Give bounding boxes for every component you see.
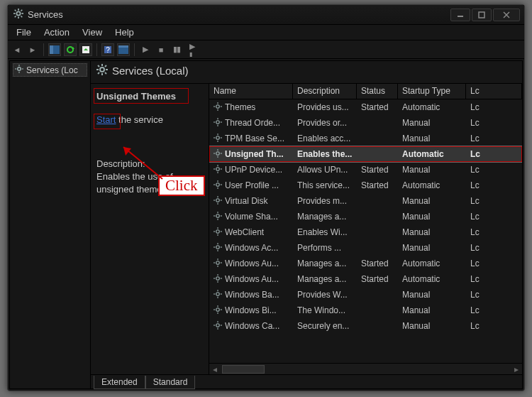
cell-description: The Windo...: [293, 305, 357, 315]
table-row[interactable]: WebClientEnables Wi...ManualLc: [209, 224, 522, 240]
cell-description: Provides or...: [293, 118, 357, 128]
refresh-button[interactable]: [64, 43, 77, 56]
svg-point-72: [216, 214, 220, 217]
cell-startup: Manual: [398, 321, 466, 331]
column-headers: Name Description Status Startup Type Lc: [209, 84, 522, 99]
col-status[interactable]: Status: [357, 84, 398, 99]
cell-name: Windows Ca...: [209, 321, 293, 332]
table-row[interactable]: Windows Au...Manages a...StartedAutomati…: [209, 271, 522, 287]
table-row[interactable]: UPnP Device...Allows UPn...StartedManual…: [209, 162, 522, 178]
selected-service-name: Unsigned Themes: [96, 91, 203, 102]
menu-view[interactable]: View: [77, 26, 108, 39]
horizontal-scrollbar[interactable]: ◂ ▸: [209, 363, 522, 374]
cell-name: Windows Au...: [209, 274, 293, 285]
col-name[interactable]: Name: [209, 84, 293, 99]
toolbar: ◄ ► ? ▶ ■ ▮▮ ▶▮: [8, 40, 524, 59]
svg-point-97: [216, 292, 220, 295]
table-row[interactable]: Windows Ca...Securely en...ManualLc: [209, 318, 522, 334]
content-area: Unsigned Themes Start the service Descri…: [91, 84, 522, 374]
gear-icon: [214, 274, 222, 285]
start-service-button[interactable]: ▶: [139, 43, 152, 56]
export-button[interactable]: [79, 43, 92, 56]
main-body: Services (Loc Services (Local) Unsigned …: [9, 60, 523, 389]
list-header: Services (Local): [91, 61, 522, 84]
rows-container[interactable]: ThemesProvides us...StartedAutomaticLcTh…: [209, 99, 522, 363]
col-description[interactable]: Description: [293, 84, 357, 99]
start-service-line: Start the service: [96, 114, 203, 125]
menu-file[interactable]: File: [11, 26, 37, 39]
start-service-link[interactable]: Start: [96, 114, 116, 125]
tree-item-services-local[interactable]: Services (Loc: [13, 63, 87, 77]
titlebar[interactable]: Services: [8, 5, 524, 25]
cell-name: Thread Orde...: [209, 118, 293, 129]
table-row[interactable]: ThemesProvides us...StartedAutomaticLc: [209, 99, 522, 115]
cell-name: User Profile ...: [209, 180, 293, 191]
svg-point-67: [216, 198, 220, 202]
svg-line-36: [98, 72, 99, 74]
scroll-thumb[interactable]: [222, 365, 265, 374]
cell-logon: Lc: [466, 134, 522, 143]
cell-description: Provides us...: [293, 102, 357, 112]
cell-startup: Automatic: [398, 259, 466, 268]
cell-status: Started: [357, 180, 398, 190]
table-row[interactable]: Windows Bi...The Windo...ManualLc: [209, 303, 522, 318]
table-row[interactable]: Windows Ba...Provides W...ManualLc: [209, 287, 522, 303]
table-row[interactable]: Virtual DiskProvides m...ManualLc: [209, 193, 522, 209]
maximize-button[interactable]: [472, 9, 492, 21]
table-row[interactable]: Volume Sha...Manages a...ManualLc: [209, 209, 522, 224]
details-pane-button[interactable]: [48, 43, 61, 56]
back-button[interactable]: ◄: [11, 43, 23, 56]
cell-status: Started: [357, 259, 398, 268]
scroll-left-arrow[interactable]: ◂: [209, 364, 221, 374]
cell-logon: Lc: [466, 212, 522, 222]
svg-point-92: [216, 276, 220, 280]
pause-service-button[interactable]: ▮▮: [170, 43, 183, 56]
cell-startup: Manual: [398, 305, 466, 315]
menu-help[interactable]: Help: [109, 26, 140, 39]
cell-logon: Lc: [466, 243, 522, 253]
cell-description: Provides W...: [293, 290, 357, 300]
scroll-right-arrow[interactable]: ▸: [511, 364, 522, 374]
forward-button[interactable]: ►: [26, 43, 39, 56]
cell-description: Performs ...: [293, 243, 357, 253]
svg-point-47: [216, 136, 220, 139]
stop-service-button[interactable]: ■: [155, 43, 167, 56]
list-header-title: Services (Local): [112, 65, 189, 77]
help-button[interactable]: ?: [101, 43, 114, 56]
table-row[interactable]: Thread Orde...Provides or...ManualLc: [209, 115, 522, 131]
cell-logon: Lc: [466, 196, 522, 206]
cell-startup: Manual: [398, 196, 466, 206]
gear-icon: [214, 290, 222, 300]
cell-description: Allows UPn...: [293, 165, 357, 175]
tree-pane[interactable]: Services (Loc: [10, 61, 91, 388]
annotation-row-highlight: [209, 146, 522, 162]
cell-logon: Lc: [466, 290, 522, 300]
col-logon[interactable]: Lc: [466, 84, 522, 99]
svg-point-42: [216, 120, 220, 124]
cell-name: TPM Base Se...: [209, 134, 293, 144]
minimize-button[interactable]: [450, 9, 470, 21]
properties-button[interactable]: [117, 43, 130, 56]
svg-line-5: [15, 10, 16, 11]
table-row[interactable]: User Profile ...This service...StartedAu…: [209, 178, 522, 193]
svg-line-7: [21, 10, 23, 11]
restart-service-button[interactable]: ▶▮: [186, 43, 199, 56]
cell-name: Windows Bi...: [209, 305, 293, 316]
menu-action[interactable]: Action: [38, 26, 75, 39]
col-startup-type[interactable]: Startup Type: [398, 84, 466, 99]
description-label: Description:: [96, 158, 145, 169]
cell-startup: Automatic: [398, 102, 466, 112]
table-row[interactable]: TPM Base Se...Enables acc...ManualLc: [209, 131, 522, 146]
tab-standard[interactable]: Standard: [145, 376, 196, 389]
close-button[interactable]: [493, 9, 520, 21]
table-row[interactable]: Windows Au...Manages a...StartedAutomati…: [209, 256, 522, 271]
cell-name: Windows Au...: [209, 259, 293, 269]
svg-point-87: [216, 261, 220, 264]
gear-icon: [214, 102, 222, 113]
cell-description: This service...: [293, 180, 357, 190]
tab-extended[interactable]: Extended: [94, 376, 145, 389]
cell-name: UPnP Device...: [209, 165, 293, 175]
table-row[interactable]: Windows Ac...Performs ...ManualLc: [209, 240, 522, 256]
cell-startup: Manual: [398, 290, 466, 300]
description-text: Enables the use of unsigned themes.: [96, 171, 173, 195]
